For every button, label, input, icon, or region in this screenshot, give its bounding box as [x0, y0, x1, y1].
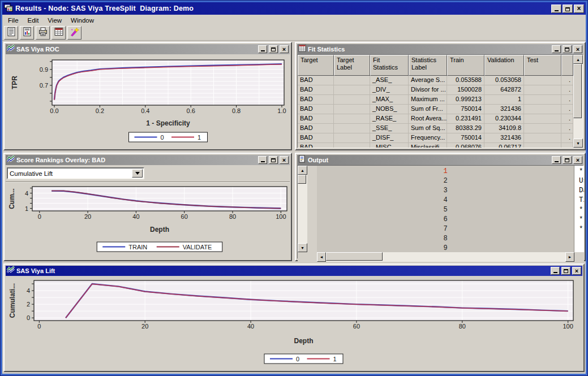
table-cell[interactable]: BAD [298, 85, 334, 95]
table-cell[interactable]: _MAX_ [370, 95, 409, 105]
fit-vertical-scrollbar[interactable]: ▲ ▼ [573, 55, 583, 148]
table-cell[interactable]: 642872 [484, 85, 524, 95]
fit-statistics-table[interactable]: TargetTarget LabelFit StatisticsStatisti… [298, 55, 573, 148]
scroll-right-button[interactable]: ► [565, 252, 574, 262]
table-cell[interactable] [334, 85, 370, 95]
table-cell[interactable] [524, 105, 561, 114]
score-maximize-button[interactable] [269, 156, 278, 164]
table-cell[interactable]: 321436 [484, 105, 524, 114]
table-cell[interactable]: _DIV_ [370, 85, 409, 95]
print-button[interactable] [36, 26, 50, 40]
table-cell[interactable]: Maximum ... [409, 95, 447, 105]
table-cell[interactable]: BAD [298, 95, 334, 105]
minimize-button[interactable] [551, 5, 561, 13]
table-cell[interactable] [524, 133, 561, 143]
fit-titlebar[interactable]: Fit Statistics × [297, 44, 583, 54]
output-close-button[interactable]: × [573, 156, 582, 164]
table-row[interactable]: BAD_RASE_Root Avera...0.2314910.230344. [298, 114, 573, 124]
table-cell[interactable]: 0.999213 [447, 95, 484, 105]
column-header[interactable]: Fit Statistics [370, 55, 409, 76]
table-cell[interactable] [524, 95, 561, 105]
table-cell[interactable]: 0.053588 [447, 76, 484, 85]
table-cell[interactable]: . [561, 76, 573, 85]
table-cell[interactable] [334, 143, 370, 148]
column-header[interactable]: Validation [484, 55, 524, 76]
table-row[interactable]: BAD_MAX_Maximum ...0.9992131. [298, 95, 573, 105]
dropdown-arrow-button[interactable] [132, 169, 143, 178]
table-cell[interactable] [524, 124, 561, 133]
table-cell[interactable]: 750014 [447, 105, 484, 114]
table-cell[interactable] [334, 76, 370, 85]
scroll-thumb[interactable] [298, 175, 306, 184]
table-cell[interactable]: BAD [298, 76, 334, 85]
output-maximize-button[interactable] [563, 156, 572, 164]
table-cell[interactable]: Frequency... [409, 133, 447, 143]
table-row[interactable]: BAD_SSE_Sum of Sq...80383.2934109.8. [298, 124, 573, 133]
table-cell[interactable]: BAD [298, 133, 334, 143]
output-text-area[interactable]: *---------------------------------------… [574, 166, 584, 252]
table-cell[interactable]: 0.068076 [447, 143, 484, 148]
lift-titlebar[interactable]: SAS Viya Lift × [6, 266, 582, 276]
scroll-up-button[interactable]: ▲ [298, 166, 307, 175]
table-cell[interactable] [334, 114, 370, 124]
output-horizontal-scrollbar[interactable]: ◄ ► [317, 252, 574, 262]
output-minimize-button[interactable] [552, 156, 561, 164]
table-cell[interactable]: 1500028 [447, 85, 484, 95]
table-cell[interactable]: Average S... [409, 76, 447, 85]
table-cell[interactable]: _ASE_ [370, 76, 409, 85]
table-row[interactable]: BAD_NOBS_Sum of Fr...750014321436. [298, 105, 573, 114]
table-cell[interactable]: 0.06717 [484, 143, 524, 148]
main-titlebar[interactable]: Results - Node: SAS Viya TreeSplit Diagr… [2, 2, 586, 15]
scroll-thumb[interactable] [573, 64, 582, 118]
roc-minimize-button[interactable] [258, 45, 267, 53]
table-row[interactable]: BAD_MISC_Misclassifi...0.0680760.06717. [298, 143, 573, 148]
table-cell[interactable]: . [561, 143, 573, 148]
report-button[interactable] [20, 26, 34, 40]
table-cell[interactable] [334, 124, 370, 133]
column-header[interactable] [561, 55, 573, 76]
table-cell[interactable]: . [561, 105, 573, 114]
chart-type-dropdown[interactable]: Cumulative Lift [7, 167, 144, 179]
table-cell[interactable]: 1 [484, 95, 524, 105]
table-cell[interactable]: BAD [298, 114, 334, 124]
table-cell[interactable]: Root Avera... [409, 114, 447, 124]
menu-file[interactable]: File [3, 16, 23, 25]
table-cell[interactable]: . [561, 85, 573, 95]
table-cell[interactable]: Sum of Fr... [409, 105, 447, 114]
close-button[interactable]: × [574, 5, 584, 13]
column-header[interactable]: Test [524, 55, 561, 76]
column-header[interactable]: Train [447, 55, 484, 76]
table-cell[interactable]: . [561, 95, 573, 105]
output-titlebar[interactable]: Output × [297, 155, 583, 165]
table-row[interactable]: BAD_ASE_Average S...0.0535880.053058. [298, 76, 573, 85]
fit-close-button[interactable]: × [573, 45, 582, 53]
roc-close-button[interactable]: × [280, 45, 289, 53]
scroll-down-button[interactable]: ▼ [573, 139, 583, 148]
scroll-thumb[interactable] [326, 252, 383, 261]
graph-wizard-button[interactable] [67, 26, 81, 40]
table-cell[interactable]: . [561, 114, 573, 124]
table-cell[interactable] [524, 85, 561, 95]
table-row[interactable]: BAD_DISF_Frequency...750014321436. [298, 133, 573, 143]
table-cell[interactable]: 321436 [484, 133, 524, 143]
fit-maximize-button[interactable] [563, 45, 572, 53]
lift-close-button[interactable]: × [572, 267, 581, 275]
table-cell[interactable]: . [561, 124, 573, 133]
score-close-button[interactable]: × [280, 156, 289, 164]
maximize-button[interactable] [563, 5, 573, 13]
table-cell[interactable] [524, 76, 561, 85]
table-cell[interactable]: Sum of Sq... [409, 124, 447, 133]
table-cell[interactable]: 80383.29 [447, 124, 484, 133]
table-cell[interactable]: 0.231491 [447, 114, 484, 124]
table-cell[interactable]: . [561, 133, 573, 143]
table-cell[interactable]: _RASE_ [370, 114, 409, 124]
table-button[interactable] [51, 26, 66, 40]
table-cell[interactable] [334, 95, 370, 105]
fit-minimize-button[interactable] [552, 45, 561, 53]
score-minimize-button[interactable] [258, 156, 267, 164]
table-cell[interactable]: 0.053058 [484, 76, 524, 85]
lift-maximize-button[interactable] [561, 267, 570, 275]
table-row[interactable]: BAD_DIV_Divisor for ...1500028642872. [298, 85, 573, 95]
table-cell[interactable] [524, 114, 561, 124]
table-cell[interactable] [334, 105, 370, 114]
